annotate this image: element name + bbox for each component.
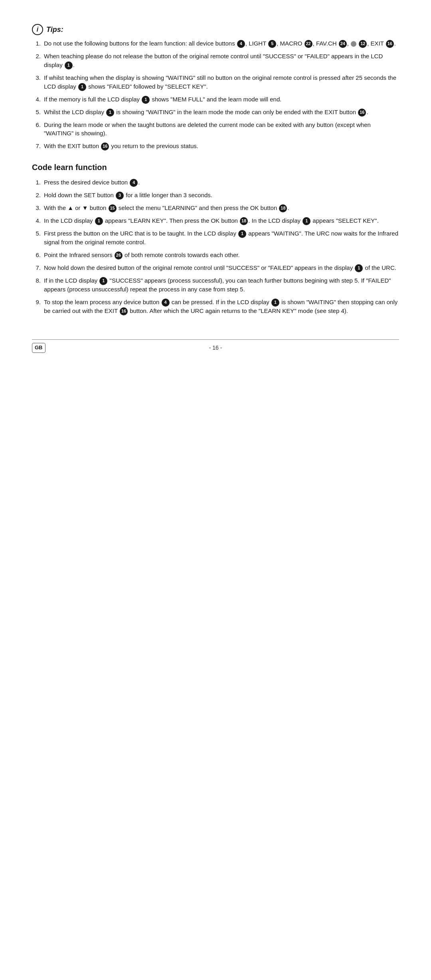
- page-number: - 16 -: [209, 344, 222, 352]
- circle-badge: 4: [237, 40, 245, 48]
- circle-badge: 1: [106, 109, 114, 117]
- circle-badge: 3: [116, 192, 124, 200]
- list-number: 2.: [32, 52, 41, 69]
- circle-badge: 1: [271, 299, 279, 307]
- list-item: 6.During the learn mode or when the taug…: [32, 121, 399, 138]
- circle-badge: 1: [78, 83, 86, 91]
- list-number: 6.: [32, 121, 41, 138]
- circle-badge: 15: [109, 204, 117, 212]
- circle-badge: 16: [386, 40, 394, 48]
- list-content: Now hold down the desired button of the …: [44, 263, 399, 272]
- tips-list: 1.Do not use the following buttons for t…: [32, 39, 399, 150]
- list-number: 8.: [32, 276, 41, 294]
- list-item: 3.With the ▲ or ▼ button 15 select the m…: [32, 204, 399, 212]
- tips-title: Tips:: [46, 24, 63, 35]
- list-item: 6.Point the Infrared sensors 26 of both …: [32, 251, 399, 259]
- circle-badge: 1: [302, 217, 310, 225]
- list-content: With the ▲ or ▼ button 15 select the men…: [44, 204, 399, 212]
- list-number: 1.: [32, 178, 41, 187]
- list-content: With the EXIT button 16 you return to th…: [44, 142, 399, 150]
- circle-badge: 1: [65, 61, 73, 69]
- list-number: 4.: [32, 216, 41, 225]
- list-number: 1.: [32, 39, 41, 48]
- list-item: 2.When teaching please do not release th…: [32, 52, 399, 69]
- list-item: 4.If the memory is full the LCD display …: [32, 95, 399, 104]
- list-number: 3.: [32, 204, 41, 212]
- list-item: 1.Do not use the following buttons for t…: [32, 39, 399, 48]
- circle-badge: 1: [355, 264, 363, 272]
- circle-badge: 1: [99, 277, 107, 285]
- circle-badge: 24: [339, 40, 347, 48]
- list-item: 8.If in the LCD display 1 "SUCCESS" appe…: [32, 276, 399, 294]
- list-number: 6.: [32, 251, 41, 259]
- list-number: 2.: [32, 191, 41, 200]
- list-item: 9.To stop the learn process any device b…: [32, 298, 399, 315]
- list-content: Press the desired device button 4.: [44, 178, 399, 187]
- circle-badge: 1: [142, 96, 150, 104]
- circle-badge: 18: [279, 204, 287, 212]
- tips-header: i Tips:: [32, 24, 399, 35]
- list-content: If the memory is full the LCD display 1 …: [44, 95, 399, 104]
- list-item: 5.Whilst the LCD display 1 is showing "W…: [32, 108, 399, 117]
- list-content: Hold down the SET button 3 for a little …: [44, 191, 399, 200]
- circle-badge: 16: [358, 109, 366, 117]
- circle-badge: 18: [240, 217, 248, 225]
- circle-badge: 4: [162, 299, 170, 307]
- list-content: When teaching please do not release the …: [44, 52, 399, 69]
- circle-badge: 1: [238, 230, 246, 238]
- list-item: 4.In the LCD display 1 appears "LEARN KE…: [32, 216, 399, 225]
- list-item: 5.First press the button on the URC that…: [32, 229, 399, 247]
- list-number: 5.: [32, 229, 41, 247]
- circle-badge: 16: [120, 307, 128, 315]
- list-number: 5.: [32, 108, 41, 117]
- list-item: 2.Hold down the SET button 3 for a littl…: [32, 191, 399, 200]
- list-number: 3.: [32, 73, 41, 91]
- list-item: 7.Now hold down the desired button of th…: [32, 263, 399, 272]
- footer: GB - 16 -: [32, 339, 399, 352]
- gray-dot: [351, 41, 356, 47]
- circle-badge: 1: [95, 217, 103, 225]
- circle-badge: 5: [268, 40, 276, 48]
- list-item: 3.If whilst teaching when the display is…: [32, 73, 399, 91]
- list-content: If in the LCD display 1 "SUCCESS" appear…: [44, 276, 399, 294]
- list-number: 4.: [32, 95, 41, 104]
- gb-badge: GB: [32, 343, 45, 353]
- info-icon: i: [32, 24, 43, 35]
- list-number: 7.: [32, 263, 41, 272]
- circle-badge: 16: [101, 143, 109, 150]
- circle-badge: 12: [359, 40, 367, 48]
- list-item: 7.With the EXIT button 16 you return to …: [32, 142, 399, 150]
- code-learn-list: 1.Press the desired device button 4.2.Ho…: [32, 178, 399, 315]
- list-content: If whilst teaching when the display is s…: [44, 73, 399, 91]
- circle-badge: 26: [115, 251, 123, 259]
- circle-badge: 22: [304, 40, 312, 48]
- list-content: Whilst the LCD display 1 is showing "WAI…: [44, 108, 399, 117]
- list-content: To stop the learn process any device but…: [44, 298, 399, 315]
- circle-badge: 4: [130, 179, 138, 187]
- list-content: Do not use the following buttons for the…: [44, 39, 399, 48]
- code-learn-section: Code learn function 1.Press the desired …: [32, 162, 399, 315]
- list-number: 7.: [32, 142, 41, 150]
- list-item: 1.Press the desired device button 4.: [32, 178, 399, 187]
- list-content: Point the Infrared sensors 26 of both re…: [44, 251, 399, 259]
- tips-section: i Tips: 1.Do not use the following butto…: [32, 24, 399, 150]
- list-number: 9.: [32, 298, 41, 315]
- list-content: During the learn mode or when the taught…: [44, 121, 399, 138]
- section-title: Code learn function: [32, 162, 399, 173]
- list-content: In the LCD display 1 appears "LEARN KEY"…: [44, 216, 399, 225]
- list-content: First press the button on the URC that i…: [44, 229, 399, 247]
